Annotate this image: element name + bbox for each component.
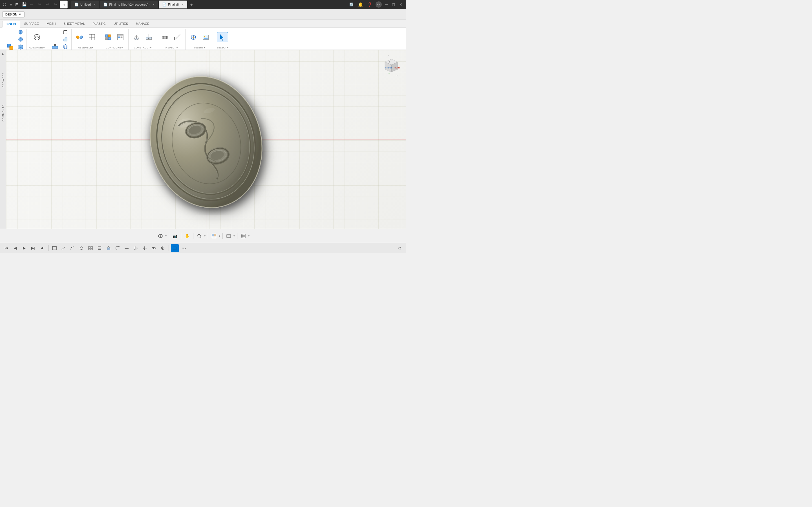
configure-btn2[interactable] xyxy=(115,33,126,42)
sidebar-toggle[interactable]: ▶ xyxy=(2,52,4,55)
user-avatar[interactable]: SS xyxy=(375,1,382,8)
gear-button[interactable]: ⚙ xyxy=(396,244,404,252)
browser-label[interactable]: BROWSER xyxy=(2,72,4,88)
timeline-last-button[interactable]: ⏭ xyxy=(38,244,46,252)
timeline-prev-button[interactable]: ◀ xyxy=(11,244,19,252)
camera-button[interactable]: 📷 xyxy=(171,232,179,240)
grid-settings-button[interactable] xyxy=(240,232,247,240)
home-button[interactable]: ⌂ xyxy=(60,1,68,8)
mirror-button[interactable] xyxy=(132,244,140,252)
save-button[interactable]: 💾 xyxy=(20,1,28,8)
ribbon-tab-surface[interactable]: SURFACE xyxy=(20,20,43,27)
select-button[interactable] xyxy=(217,32,228,42)
ribbon-tab-utilities[interactable]: UTILITIES xyxy=(110,20,132,27)
svg-rect-127 xyxy=(136,247,137,249)
svg-marker-17 xyxy=(54,43,56,46)
redo-button[interactable]: ↪ xyxy=(36,1,43,8)
zoom-button[interactable] xyxy=(196,232,203,240)
sketch-constraint-button[interactable] xyxy=(96,244,103,252)
svg-rect-32 xyxy=(105,35,108,37)
configure-icon2 xyxy=(116,33,124,41)
titlebar: ⬡ ≡ ⊞ 💾 ↩ ↪ ↩ ↪ ⌂ 📄 Untitled ✕ 📄 Final n… xyxy=(0,0,406,9)
timeline-next-button[interactable]: ▶| xyxy=(29,244,37,252)
construct-axis-button[interactable] xyxy=(143,33,154,42)
sketch-arc-button[interactable] xyxy=(68,244,77,252)
measure-button[interactable] xyxy=(159,33,170,42)
chamfer-button[interactable] xyxy=(62,36,69,43)
tab-final-v8[interactable]: 📄 Final v8 ✕ xyxy=(159,1,188,8)
insert-label[interactable]: INSERT ▾ xyxy=(194,46,205,50)
configure-label[interactable]: CONFIGURE ▾ xyxy=(106,46,123,50)
automate-button[interactable] xyxy=(31,33,43,42)
joint-status-button[interactable] xyxy=(159,244,167,252)
automate-label[interactable]: AUTOMATE ▾ xyxy=(29,46,45,50)
assemble-table-button[interactable] xyxy=(86,33,98,42)
toolbar-top: DESIGN ▼ xyxy=(0,9,406,20)
construct-label[interactable]: CONSTRUCT ▾ xyxy=(134,46,152,50)
tab-final-no-fillet-close[interactable]: ✕ xyxy=(153,3,155,6)
design-mode-button[interactable]: DESIGN ▼ xyxy=(2,11,24,17)
minimize-button[interactable]: ─ xyxy=(384,2,389,7)
sketch-line-button[interactable] xyxy=(59,244,67,252)
sketch-dim-button[interactable] xyxy=(123,244,131,252)
ribbon-tab-solid[interactable]: SOLID xyxy=(2,21,20,27)
revolve-button[interactable] xyxy=(114,244,121,252)
viewport[interactable]: ⌂ Z RIGHT FRONT Y ▾ xyxy=(6,50,406,229)
timeline-play-button[interactable]: ▶ xyxy=(20,244,28,252)
inspect-buttons xyxy=(159,29,183,46)
sketch-multi-button[interactable] xyxy=(87,244,94,252)
view-mode-button[interactable] xyxy=(210,232,218,240)
tab-final-no-fillet[interactable]: 📄 Final no fillet (v2~recovered)* ✕ xyxy=(100,1,158,8)
separator-1 xyxy=(169,233,169,239)
undo2-button[interactable]: ↩ xyxy=(44,1,51,8)
ribbon-tab-plastic[interactable]: PLASTIC xyxy=(89,20,110,27)
move-status-button[interactable] xyxy=(141,244,149,252)
notification-icon[interactable]: 🔔 xyxy=(357,2,364,7)
assemble-table-icon xyxy=(88,33,96,41)
grid-icon[interactable]: ⊞ xyxy=(15,2,19,7)
insert-image-button[interactable] xyxy=(200,33,211,42)
extrude-status-button[interactable] xyxy=(105,244,112,252)
joint-button[interactable] xyxy=(74,33,85,42)
configure-btn1[interactable] xyxy=(102,33,114,42)
close-button[interactable]: ✕ xyxy=(398,2,404,7)
sketch-rect-button[interactable] xyxy=(50,244,58,252)
app-icon[interactable]: ⬡ xyxy=(2,2,7,7)
tab-untitled[interactable]: 📄 Untitled ✕ xyxy=(71,1,99,8)
box-button[interactable] xyxy=(17,29,24,36)
tab-final-v8-close[interactable]: ✕ xyxy=(182,3,184,6)
undo-button[interactable]: ↩ xyxy=(28,1,36,8)
assemble-status-button[interactable] xyxy=(150,244,158,252)
cylinder-button[interactable] xyxy=(17,43,24,50)
fillet-button[interactable] xyxy=(62,29,69,36)
shell-button[interactable] xyxy=(62,43,69,50)
assemble-label[interactable]: ASSEMBLE ▾ xyxy=(78,46,94,50)
comments-label[interactable]: COMMENTS xyxy=(2,105,4,122)
sphere-button[interactable] xyxy=(17,36,24,43)
maximize-button[interactable]: □ xyxy=(391,2,396,7)
sketch-circle-button[interactable] xyxy=(78,244,86,252)
pan-button[interactable]: ✋ xyxy=(184,232,191,240)
inspect-btn2[interactable] xyxy=(172,33,183,42)
insert-btn1[interactable] xyxy=(188,33,199,42)
display-mode-button[interactable] xyxy=(225,232,232,240)
help-icon[interactable]: ❓ xyxy=(366,2,373,7)
new-tab-button[interactable]: + xyxy=(188,1,195,8)
cursor-settings-button[interactable] xyxy=(157,232,164,240)
svg-point-56 xyxy=(193,37,194,38)
sketch-wavy-button[interactable] xyxy=(180,244,188,252)
redo2-button[interactable]: ↪ xyxy=(52,1,59,8)
tab-untitled-close[interactable]: ✕ xyxy=(94,3,96,6)
menu-icon[interactable]: ≡ xyxy=(8,2,13,7)
account-icon[interactable]: 🔄 xyxy=(348,2,355,7)
active-tool-button[interactable] xyxy=(171,244,179,252)
viewcube[interactable]: ⌂ Z RIGHT FRONT Y ▾ xyxy=(380,54,403,76)
ribbon-tab-sheet-metal[interactable]: SHEET METAL xyxy=(59,20,89,27)
inspect-label[interactable]: INSPECT ▾ xyxy=(165,46,177,50)
tab-final-v8-label: Final v8 xyxy=(168,3,179,6)
ribbon-tab-mesh[interactable]: MESH xyxy=(43,20,60,27)
select-label[interactable]: SELECT ▾ xyxy=(217,46,229,50)
construct-plane-button[interactable] xyxy=(131,33,142,42)
timeline-first-button[interactable]: ⏮ xyxy=(2,244,10,252)
ribbon-tab-manage[interactable]: MANAGE xyxy=(132,20,153,27)
